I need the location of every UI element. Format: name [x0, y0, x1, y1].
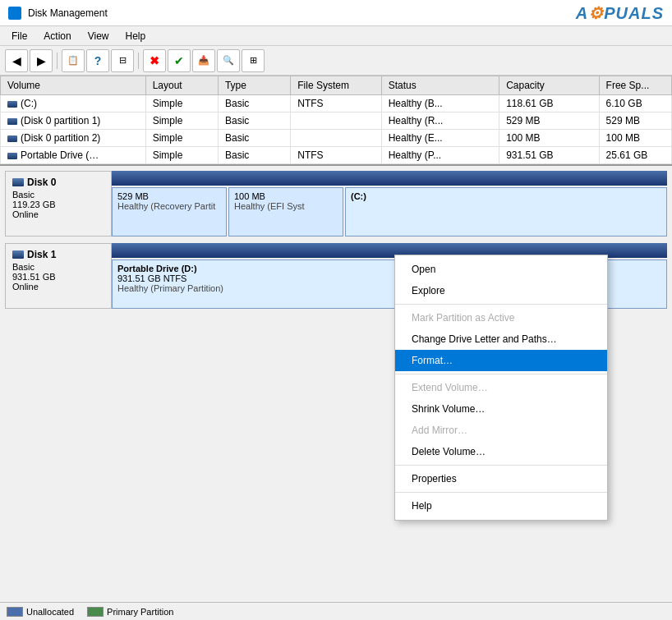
cell-fs: [291, 113, 381, 130]
find-button[interactable]: 🔍: [217, 49, 240, 72]
context-menu-item: Mark Partition as Active: [395, 307, 607, 328]
toolbar-sep-1: [57, 53, 58, 69]
context-menu-item[interactable]: Help: [395, 495, 607, 517]
context-menu-separator: [395, 374, 607, 374]
context-menu-separator: [395, 304, 607, 305]
disk-icon: [12, 250, 24, 259]
cell-capacity: 931.51 GB: [499, 147, 599, 164]
volume-table: Volume Layout Type File System Status Ca…: [0, 76, 672, 164]
cell-capacity: 100 MB: [499, 130, 599, 147]
col-header-layout: Layout: [145, 76, 218, 95]
import-button[interactable]: 📥: [192, 49, 215, 72]
partition-size: 100 MB: [234, 191, 338, 201]
cell-fs: NTFS: [291, 95, 381, 113]
disk-bar: [112, 171, 667, 186]
window-title: Disk Management: [28, 7, 108, 19]
context-menu-item[interactable]: Change Drive Letter and Paths…: [395, 328, 607, 350]
partition-row: 529 MB Healthy (Recovery Partit 100 MB H…: [112, 187, 667, 237]
cell-type: Basic: [218, 130, 290, 147]
context-menu-item: Extend Volume…: [395, 377, 607, 398]
partition-name: (C:): [351, 191, 661, 201]
table-row[interactable]: (Disk 0 partition 1) Simple Basic Health…: [1, 113, 672, 130]
context-menu-separator: [395, 465, 607, 466]
menu-help[interactable]: Help: [117, 29, 154, 44]
partition-status: Healthy (Recovery Partit: [117, 201, 221, 211]
table-row[interactable]: Portable Drive (… Simple Basic NTFS Heal…: [1, 147, 672, 164]
context-menu-item[interactable]: Shrink Volume…: [395, 398, 607, 420]
disk-icon: [12, 178, 24, 186]
disk-size: 119.23 GB: [12, 200, 104, 209]
cell-fs: NTFS: [291, 147, 381, 164]
cell-type: Basic: [218, 147, 290, 164]
cell-fs: [291, 130, 381, 147]
partition[interactable]: 100 MB Healthy (EFI Syst: [228, 187, 343, 237]
forward-button[interactable]: ▶: [30, 49, 53, 72]
disk-type: Basic: [12, 190, 104, 200]
disk-row: Disk 0 Basic 119.23 GB Online 529 MB Hea…: [5, 171, 667, 237]
menu-action[interactable]: Action: [35, 29, 79, 44]
legend-unallocated-label: Unallocated: [26, 607, 74, 617]
rescan-button[interactable]: ⊟: [111, 49, 134, 72]
col-header-fs: File System: [291, 76, 381, 95]
menu-file[interactable]: File: [3, 29, 35, 44]
help-button[interactable]: ?: [86, 49, 109, 72]
context-menu-item[interactable]: Format…: [395, 350, 607, 371]
check-button[interactable]: ✔: [168, 49, 191, 72]
disk-name: Disk 0: [12, 177, 104, 188]
app-icon: [8, 7, 21, 20]
disk-size: 931.51 GB: [12, 272, 104, 282]
drive-icon: [7, 118, 17, 125]
legend-primary-box: [87, 607, 104, 617]
legend-unallocated: Unallocated: [7, 607, 74, 617]
title-bar: Disk Management A⚙PUALS: [0, 0, 672, 26]
partition-status: Healthy (EFI Syst: [234, 201, 338, 211]
col-header-free: Free Sp...: [599, 76, 671, 95]
cell-status: Healthy (P...: [381, 147, 499, 164]
context-menu-item[interactable]: Delete Volume…: [395, 441, 607, 462]
cell-volume: Portable Drive (…: [1, 147, 146, 164]
col-header-type: Type: [218, 76, 290, 95]
partition-size: 529 MB: [117, 191, 221, 201]
back-button[interactable]: ◀: [5, 49, 28, 72]
properties-button[interactable]: 📋: [62, 49, 85, 72]
table-row[interactable]: (C:) Simple Basic NTFS Healthy (B... 118…: [1, 95, 672, 113]
toolbar: ◀ ▶ 📋 ? ⊟ ✖ ✔ 📥 🔍 ⊞: [0, 46, 672, 76]
context-menu-item: Add Mirror…: [395, 420, 607, 441]
cell-free: 25.61 GB: [599, 147, 671, 164]
menu-view[interactable]: View: [80, 29, 117, 44]
col-header-capacity: Capacity: [499, 76, 599, 95]
col-header-volume: Volume: [1, 76, 146, 95]
cell-status: Healthy (E...: [381, 130, 499, 147]
cell-layout: Simple: [145, 113, 218, 130]
cell-free: 100 MB: [599, 130, 671, 147]
menu-bar: File Action View Help: [0, 26, 672, 46]
legend-unallocated-box: [7, 607, 23, 617]
col-header-status: Status: [381, 76, 499, 95]
cell-volume: (Disk 0 partition 1): [1, 113, 146, 130]
table-row[interactable]: (Disk 0 partition 2) Simple Basic Health…: [1, 130, 672, 147]
context-menu-item[interactable]: Properties: [395, 468, 607, 489]
settings-button[interactable]: ⊞: [242, 49, 265, 72]
cell-free: 529 MB: [599, 113, 671, 130]
cell-layout: Simple: [145, 147, 218, 164]
partition[interactable]: (C:): [345, 187, 667, 237]
cell-capacity: 529 MB: [499, 113, 599, 130]
cell-capacity: 118.61 GB: [499, 95, 599, 113]
cell-status: Healthy (B...: [381, 95, 499, 113]
drive-icon: [7, 153, 17, 159]
disk-type: Basic: [12, 262, 104, 272]
drive-icon: [7, 101, 17, 108]
drive-icon: [7, 135, 17, 142]
status-bar: Unallocated Primary Partition: [0, 602, 672, 620]
context-menu-item[interactable]: Open: [395, 259, 607, 280]
context-menu-separator: [395, 492, 607, 493]
partition[interactable]: 529 MB Healthy (Recovery Partit: [112, 187, 227, 237]
disk-partitions: 529 MB Healthy (Recovery Partit 100 MB H…: [112, 171, 667, 237]
context-menu[interactable]: OpenExploreMark Partition as ActiveChang…: [394, 255, 608, 521]
appuals-logo: A⚙PUALS: [576, 3, 664, 23]
delete-button[interactable]: ✖: [143, 49, 166, 72]
legend-primary: Primary Partition: [87, 607, 173, 617]
volume-table-container: Volume Layout Type File System Status Ca…: [0, 76, 672, 166]
cell-free: 6.10 GB: [599, 95, 671, 113]
context-menu-item[interactable]: Explore: [395, 280, 607, 301]
